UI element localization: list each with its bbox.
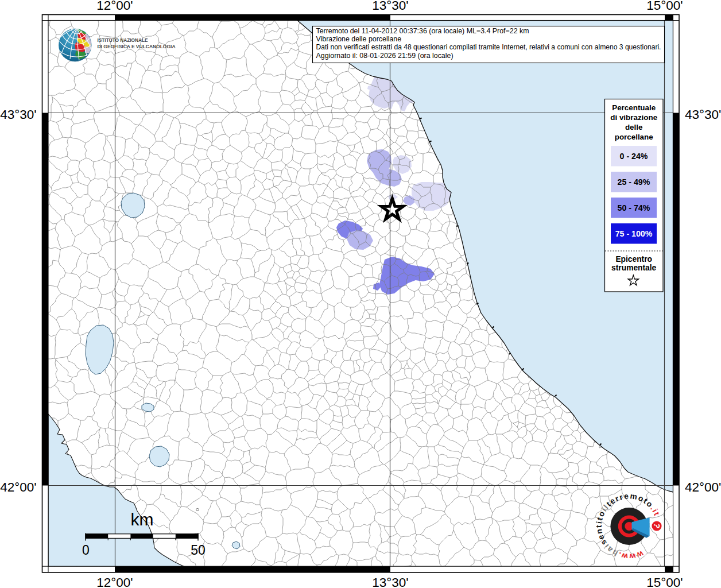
svg-text:0: 0 bbox=[82, 543, 90, 558]
svg-text:Vibrazione delle porcellane: Vibrazione delle porcellane bbox=[316, 35, 402, 43]
svg-text:25 - 49%: 25 - 49% bbox=[618, 177, 650, 187]
svg-text:43°30': 43°30' bbox=[0, 107, 36, 122]
svg-text:delle: delle bbox=[625, 123, 643, 131]
svg-text:strumentale: strumentale bbox=[611, 264, 657, 272]
svg-text:km: km bbox=[131, 510, 154, 529]
svg-text:13°30': 13°30' bbox=[372, 575, 408, 588]
svg-text:15°00': 15°00' bbox=[646, 0, 683, 13]
svg-text:Terremoto del 11-04-2012 00:37: Terremoto del 11-04-2012 00:37:36 (ora l… bbox=[316, 27, 529, 35]
svg-text:50: 50 bbox=[191, 543, 206, 558]
svg-text:15°00': 15°00' bbox=[646, 575, 683, 588]
svg-text:12°00': 12°00' bbox=[96, 575, 133, 588]
svg-text:13°30': 13°30' bbox=[372, 0, 408, 13]
svg-text:Epicentro: Epicentro bbox=[615, 255, 652, 264]
svg-text:ISTITUTO NAZIONALE: ISTITUTO NAZIONALE bbox=[98, 37, 148, 43]
svg-text:12°00': 12°00' bbox=[96, 0, 133, 13]
svg-text:75 - 100%: 75 - 100% bbox=[615, 229, 653, 238]
svg-text:42°00': 42°00' bbox=[0, 480, 36, 494]
svg-text:0 - 24%: 0 - 24% bbox=[620, 152, 648, 161]
svg-text:Aggiornato il: 08-01-2026 21:5: Aggiornato il: 08-01-2026 21:59 (ora loc… bbox=[316, 52, 453, 60]
svg-text:43°30': 43°30' bbox=[685, 107, 721, 122]
svg-text:DI GEOFISICA E VULCANOLOGIA: DI GEOFISICA E VULCANOLOGIA bbox=[98, 44, 176, 49]
svg-text:Percentuale: Percentuale bbox=[612, 103, 656, 112]
svg-text:porcellane: porcellane bbox=[615, 133, 653, 141]
svg-text:50 - 74%: 50 - 74% bbox=[618, 203, 650, 212]
svg-text:42°00': 42°00' bbox=[685, 480, 721, 494]
svg-text:di vibrazione: di vibrazione bbox=[610, 113, 657, 122]
svg-text:Dati non verificati estratti d: Dati non verificati estratti da 48 quest… bbox=[316, 43, 661, 51]
